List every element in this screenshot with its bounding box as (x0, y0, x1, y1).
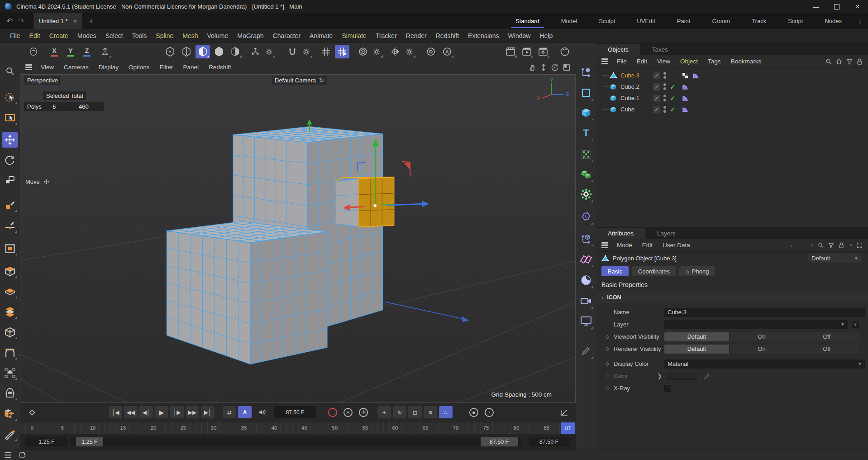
text-tool-icon[interactable]: T (578, 124, 594, 141)
visibility-dots[interactable] (663, 83, 666, 90)
object-row-cube2[interactable]: Cube.2 ✓ (596, 81, 868, 92)
object-name[interactable]: Cube.3 (620, 72, 650, 79)
go-to-end-button[interactable]: ▶│ (201, 406, 215, 418)
object-name[interactable]: Cube.1 (620, 95, 650, 101)
volume-builder-icon[interactable] (2, 386, 18, 401)
quantize-lock-grid-icon[interactable] (335, 45, 349, 58)
interactive-render-region-icon[interactable] (558, 45, 572, 58)
menu-volume[interactable]: Volume (203, 32, 233, 39)
menu-simulate[interactable]: Simulate (337, 32, 371, 39)
option-default[interactable]: Default (664, 345, 730, 354)
uv-tag-icon[interactable] (682, 72, 689, 79)
key-rotation-button[interactable]: ↻ (393, 406, 406, 418)
layout-tab-standard[interactable]: Standard (505, 13, 550, 29)
xray-checkbox[interactable] (664, 385, 671, 392)
rotate-tool-icon[interactable] (2, 153, 18, 168)
keyframe-diamond-icon[interactable]: ◇ (606, 361, 614, 367)
go-to-previous-key-button[interactable]: ◀◀ (124, 406, 138, 418)
rings-settings-gear-icon[interactable] (369, 45, 384, 58)
render-view-icon[interactable] (503, 45, 518, 58)
lock-y-axis-button[interactable]: Y (63, 45, 78, 58)
axis-modify-icon[interactable] (98, 45, 112, 58)
snap-settings-gear-icon[interactable] (299, 45, 313, 58)
snap-magnet-icon[interactable] (285, 45, 300, 58)
shading-moon-icon[interactable] (578, 272, 594, 289)
camera-icon[interactable] (578, 292, 594, 310)
axis-cube-icon[interactable] (578, 230, 594, 247)
om-menu-tags[interactable]: Tags (703, 58, 726, 65)
option-on[interactable]: On (730, 345, 795, 354)
option-off[interactable]: Off (794, 345, 859, 354)
viewport-menu-options[interactable]: Options (124, 64, 155, 71)
search-icon[interactable] (818, 242, 824, 248)
undo-button[interactable]: ↶ (4, 16, 15, 26)
history-back-icon[interactable]: ← (790, 242, 796, 249)
layout-tab-track[interactable]: Track (741, 13, 777, 29)
annotate-pencil-icon[interactable] (578, 342, 594, 359)
redo-button[interactable]: ↷ (15, 16, 27, 26)
keyframe-diamond-icon[interactable]: ◇ (606, 334, 614, 340)
auto-mode-icon[interactable]: A (440, 45, 454, 58)
menu-modes[interactable]: Modes (73, 32, 101, 39)
render-settings-icon[interactable] (536, 45, 550, 58)
menu-tracker[interactable]: Tracker (371, 32, 401, 39)
keyframe-diamond-icon[interactable]: ◇ (606, 346, 614, 352)
menu-spline[interactable]: Spline (151, 32, 178, 39)
om-menu-file[interactable]: File (612, 58, 632, 65)
go-to-next-frame-button[interactable]: │▶ (170, 406, 184, 418)
range-end-field[interactable]: 87.50 F (529, 437, 569, 446)
pan-hand-icon[interactable] (529, 64, 536, 71)
orbit-rotate-icon[interactable] (551, 64, 558, 71)
lock-x-axis-button[interactable]: X (47, 45, 62, 58)
history-forward-icon[interactable]: → (800, 242, 806, 249)
am-menu-edit[interactable]: Edit (637, 242, 658, 249)
layout-tab-script[interactable]: Script (777, 13, 814, 29)
menu-mograph[interactable]: MoGraph (233, 32, 268, 39)
knife-tool-icon[interactable] (2, 426, 18, 442)
eyedropper-icon[interactable] (704, 373, 710, 379)
simulation-gear-icon[interactable] (578, 186, 594, 203)
viewport-canvas[interactable]: Perspective Default Camera ↻ Selected To… (20, 74, 576, 403)
am-menu-mode[interactable]: Mode (612, 242, 637, 249)
coordinates-icon[interactable] (578, 63, 594, 81)
snap-rings-icon[interactable] (356, 45, 370, 58)
layer-browser-button[interactable]: ▼ (852, 321, 859, 328)
preset-dropdown[interactable]: Default ▼ (808, 254, 862, 263)
scale-tool-icon[interactable] (2, 172, 18, 188)
status-menu-icon[interactable] (5, 452, 11, 458)
field-icon[interactable] (2, 365, 18, 381)
om-menu-object[interactable]: Object (675, 58, 703, 65)
visibility-dots[interactable] (663, 95, 666, 101)
menu-animate[interactable]: Animate (305, 32, 337, 39)
object-row-cube3[interactable]: Cube.3 (596, 70, 868, 81)
search-icon[interactable] (825, 58, 832, 65)
go-to-next-key-button[interactable]: ▶▶ (186, 406, 199, 418)
keyframe-diamond-icon[interactable]: ◇ (606, 385, 614, 391)
cube-primitive-icon[interactable] (2, 264, 18, 279)
edit-toggle-icon[interactable] (653, 72, 660, 79)
layout-tab-groom[interactable]: Groom (701, 13, 741, 29)
lock-icon[interactable] (857, 58, 863, 65)
key-position-button[interactable]: + (377, 406, 391, 418)
enabled-check-icon[interactable]: ✓ (668, 106, 677, 113)
key-parameters-button[interactable]: ≡ (424, 406, 437, 418)
menu-redshift[interactable]: Redshift (431, 32, 463, 39)
layout-tab-model[interactable]: Model (550, 13, 588, 29)
range-start-field[interactable]: 1.25 F (26, 437, 67, 446)
menu-window[interactable]: Window (504, 32, 535, 39)
live-selection-tool-icon[interactable] (2, 90, 18, 105)
symmetry-polygons-icon[interactable] (578, 251, 594, 268)
symmetry-icon[interactable] (388, 45, 403, 58)
tab-layers[interactable]: Layers (645, 228, 687, 239)
section-tab-phong[interactable]: ⌂Phong (679, 266, 715, 276)
play-button[interactable]: ▶ (155, 406, 168, 418)
home-icon[interactable] (836, 58, 842, 65)
phong-tag-icon[interactable] (692, 72, 699, 79)
texture-mode-button[interactable] (228, 45, 243, 58)
enabled-check-icon[interactable]: ✓ (668, 83, 677, 91)
menu-extensions[interactable]: Extensions (463, 32, 503, 39)
visibility-dots[interactable] (663, 72, 666, 79)
chevron-expand-icon[interactable]: ❯ (657, 373, 662, 379)
range-start-handle[interactable]: 1.25 F (76, 437, 103, 446)
pen-spline-tool-icon[interactable] (2, 197, 18, 213)
